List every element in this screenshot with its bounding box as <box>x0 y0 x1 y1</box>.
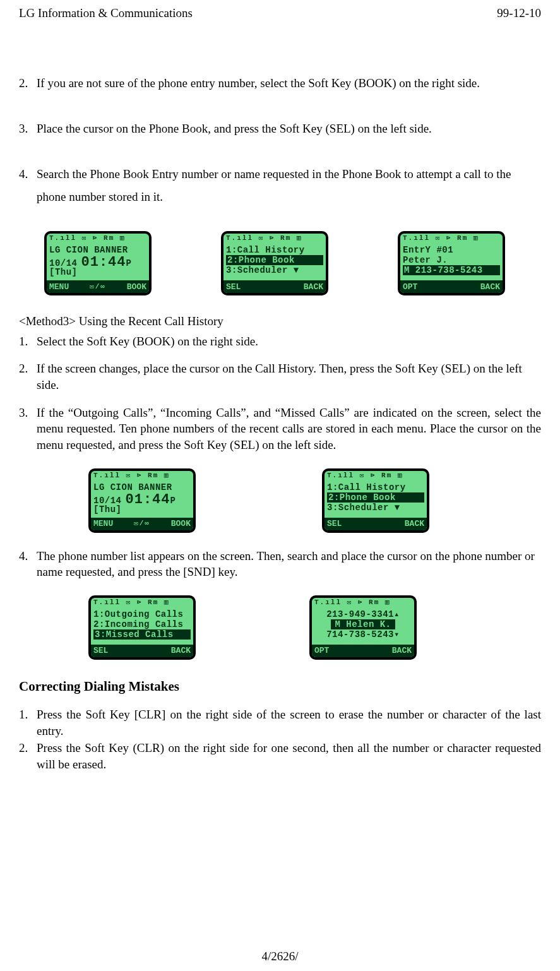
list-name-selected[interactable]: M Helen K. <box>331 619 395 629</box>
header-right: 99-12-10 <box>497 5 541 21</box>
soft-key-center[interactable]: ✉/∞ <box>134 520 150 527</box>
soft-key-right[interactable]: BOOK <box>127 283 146 291</box>
screens-row-b: T.ıll ✉ ⊳ Rm ▥ LG CION BANNER 10/14 [Thu… <box>88 468 541 533</box>
soft-key-right[interactable]: BACK <box>480 283 500 291</box>
list-item: 1. Select the Soft Key (BOOK) on the rig… <box>19 333 541 350</box>
soft-key-bar: SEL BACK <box>223 280 326 293</box>
menu-item-incoming[interactable]: 2:Incoming Calls <box>93 619 191 629</box>
soft-key-left[interactable]: SEL <box>93 646 108 655</box>
soft-key-right[interactable]: BACK <box>405 520 424 528</box>
date-time-row: 10/14 [Thu] 01:44 P <box>93 492 191 515</box>
list-number[interactable]: 714-738-5243▾ <box>326 629 400 640</box>
lcd-body: 1:Call History 2:Phone Book 3:Scheduler … <box>325 482 427 518</box>
item-text: Press the Soft Key [CLR] on the right si… <box>37 706 541 739</box>
page-footer: 4/2626/ <box>0 948 560 965</box>
item-number: 4. <box>19 548 37 580</box>
status-bar: T.ıll ✉ ⊳ Rm ▥ <box>91 598 193 609</box>
soft-key-center[interactable]: ✉/∞ <box>90 283 106 290</box>
item-text: Press the Soft Key (CLR) on the right si… <box>37 740 541 772</box>
soft-key-bar: MENU ✉/∞ BOOK <box>91 518 193 530</box>
list-item: 1. Press the Soft Key [CLR] on the right… <box>19 706 541 739</box>
soft-key-right[interactable]: BACK <box>171 646 191 655</box>
screens-row-c: T.ıll ✉ ⊳ Rm ▥ 1:Outgoing Calls 2:Incomi… <box>88 595 541 660</box>
soft-key-left[interactable]: OPT <box>314 646 329 655</box>
lcd-body: LG CION BANNER 10/14 [Thu] 01:44 P <box>47 245 149 280</box>
date-time-row: 10/14 [Thu] 01:44 P <box>49 255 146 277</box>
item-number: 2. <box>19 360 37 393</box>
screens-row-a: T.ıll ✉ ⊳ Rm ▥ LG CION BANNER 10/14 [Thu… <box>44 231 541 295</box>
ampm-text: P <box>126 259 132 268</box>
menu-item-outgoing[interactable]: 1:Outgoing Calls <box>93 609 191 619</box>
menu-item-phone-book[interactable]: 2:Phone Book <box>327 492 424 503</box>
lcd-body: 213-949-3341▴ M Helen K. 714-738-5243▾ <box>312 609 414 645</box>
date-text: 10/14 <box>93 496 122 505</box>
list-item: 3. If the “Outgoing Calls”, “Incoming Ca… <box>19 405 541 453</box>
soft-key-left[interactable]: MENU <box>49 283 69 291</box>
soft-key-bar: OPT BACK <box>400 280 503 293</box>
status-bar: T.ıll ✉ ⊳ Rm ▥ <box>47 234 149 245</box>
lcd-entry: T.ıll ✉ ⊳ Rm ▥ EntrY #01 Peter J. M 213-… <box>398 231 505 295</box>
item-text: The phone number list appears on the scr… <box>37 548 541 580</box>
item-text: If the screen changes, place the cursor … <box>37 360 541 393</box>
soft-key-left[interactable]: MENU <box>93 520 113 528</box>
list-item: 4. The phone number list appears on the … <box>19 548 541 580</box>
list-item: 2. If you are not sure of the phone entr… <box>19 72 541 95</box>
list-item: 2. If the screen changes, place the curs… <box>19 360 541 393</box>
item-text: If the “Outgoing Calls”, “Incoming Calls… <box>37 405 541 453</box>
lcd-call-history-menu: T.ıll ✉ ⊳ Rm ▥ 1:Outgoing Calls 2:Incomi… <box>88 595 196 660</box>
time-text: 01:44 <box>126 493 170 507</box>
soft-key-right[interactable]: BACK <box>392 646 412 655</box>
list-item: 4. Search the Phone Book Entry number or… <box>19 163 541 208</box>
menu-item-phone-book[interactable]: 2:Phone Book <box>226 255 323 265</box>
day-text: [Thu] <box>93 505 122 514</box>
status-bar: T.ıll ✉ ⊳ Rm ▥ <box>91 471 193 482</box>
soft-key-bar: OPT BACK <box>312 645 414 657</box>
time-text: 01:44 <box>81 256 126 270</box>
method3-list: 1. Select the Soft Key (BOOK) on the rig… <box>19 333 541 453</box>
soft-key-bar: SEL BACK <box>325 518 427 530</box>
status-bar: T.ıll ✉ ⊳ Rm ▥ <box>325 471 427 482</box>
entry-number: EntrY #01 <box>403 245 500 255</box>
list-item: 3. Place the cursor on the Phone Book, a… <box>19 117 541 140</box>
date-text: 10/14 <box>49 259 78 268</box>
soft-key-left[interactable]: SEL <box>226 283 241 291</box>
lcd-home: T.ıll ✉ ⊳ Rm ▥ LG CION BANNER 10/14 [Thu… <box>88 468 196 533</box>
header-left: LG Information & Communications <box>19 5 193 21</box>
status-bar: T.ıll ✉ ⊳ Rm ▥ <box>223 234 326 245</box>
entry-phone[interactable]: M 213-738-5243 <box>403 265 500 275</box>
soft-key-left[interactable]: OPT <box>403 283 417 291</box>
item-number: 1. <box>19 333 37 350</box>
lcd-body: 1:Call History 2:Phone Book 3:Scheduler … <box>223 245 326 280</box>
list-number[interactable]: 213-949-3341▴ <box>326 609 400 619</box>
soft-key-bar: MENU ✉/∞ BOOK <box>47 280 149 293</box>
entry-name: Peter J. <box>403 255 500 265</box>
lcd-menu: T.ıll ✉ ⊳ Rm ▥ 1:Call History 2:Phone Bo… <box>221 231 328 295</box>
page-header: LG Information & Communications 99-12-10 <box>19 5 541 21</box>
section-heading: Correcting Dialing Mistakes <box>19 677 541 695</box>
soft-key-right[interactable]: BACK <box>304 283 323 291</box>
soft-key-right[interactable]: BOOK <box>171 520 191 528</box>
menu-item-call-history[interactable]: 1:Call History <box>327 482 424 492</box>
item-number: 4. <box>19 163 37 208</box>
lcd-number-list: T.ıll ✉ ⊳ Rm ▥ 213-949-3341▴ M Helen K. … <box>309 595 417 660</box>
soft-key-left[interactable]: SEL <box>327 520 342 528</box>
ampm-text: P <box>170 496 176 505</box>
lcd-body: 1:Outgoing Calls 2:Incoming Calls 3:Miss… <box>91 609 193 645</box>
menu-item-scheduler[interactable]: 3:Scheduler ▼ <box>226 265 323 275</box>
lcd-menu: T.ıll ✉ ⊳ Rm ▥ 1:Call History 2:Phone Bo… <box>322 468 429 533</box>
item-number: 3. <box>19 405 37 453</box>
lcd-body: LG CION BANNER 10/14 [Thu] 01:44 P <box>91 482 193 518</box>
menu-item-scheduler[interactable]: 3:Scheduler ▼ <box>327 503 424 513</box>
item-number: 2. <box>19 740 37 772</box>
item-number: 3. <box>19 117 37 140</box>
item-number: 2. <box>19 72 37 95</box>
day-text: [Thu] <box>49 268 78 277</box>
banner-text: LG CION BANNER <box>93 482 191 492</box>
menu-item-missed[interactable]: 3:Missed Calls <box>93 629 191 640</box>
lcd-body: EntrY #01 Peter J. M 213-738-5243 <box>400 245 503 280</box>
item-text: If you are not sure of the phone entry n… <box>37 72 480 95</box>
menu-item-call-history[interactable]: 1:Call History <box>226 245 323 255</box>
correcting-list: 1. Press the Soft Key [CLR] on the right… <box>19 706 541 773</box>
lcd-home: T.ıll ✉ ⊳ Rm ▥ LG CION BANNER 10/14 [Thu… <box>44 231 152 295</box>
item-text: Place the cursor on the Phone Book, and … <box>37 117 432 140</box>
